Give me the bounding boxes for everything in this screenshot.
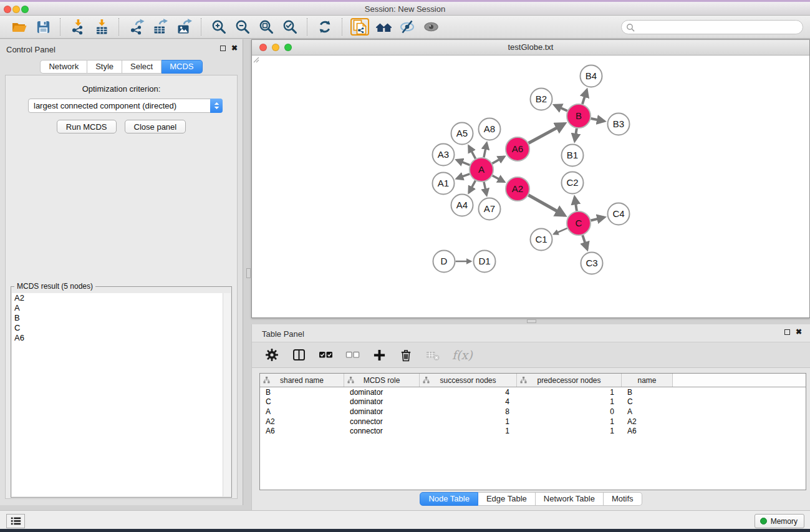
export-network-button[interactable]	[126, 17, 147, 36]
graph-node-A8[interactable]: A8	[479, 118, 501, 140]
table-cell[interactable]: 0	[517, 407, 622, 416]
graph-edge-A-A6[interactable]	[492, 157, 504, 163]
column-header-name[interactable]: name	[622, 374, 673, 387]
node-table[interactable]: shared nameMCDS rolesuccessor nodesprede…	[259, 373, 806, 490]
horizontal-splitter-handle[interactable]	[527, 319, 536, 323]
graph-node-A3[interactable]: A3	[433, 144, 455, 166]
graph-node-C2[interactable]: C2	[562, 172, 584, 194]
table-cell[interactable]: 4	[420, 388, 517, 397]
export-table-button[interactable]	[150, 17, 171, 36]
table-cell[interactable]: 1	[517, 397, 622, 406]
table-cell[interactable]: A	[622, 407, 673, 416]
import-table-button[interactable]	[91, 17, 112, 36]
zoom-out-button[interactable]	[232, 17, 253, 36]
vertical-splitter-handle[interactable]	[246, 268, 251, 278]
hide-panels-button[interactable]	[397, 17, 418, 36]
graph-edge-A-A7[interactable]	[484, 182, 486, 195]
table-cell[interactable]: dominator	[344, 407, 420, 416]
graph-edge-A-A4[interactable]	[469, 181, 475, 193]
tab-mcds[interactable]: MCDS	[162, 60, 202, 74]
function-builder-button[interactable]: f(x)	[452, 347, 473, 363]
table-cell[interactable]: C	[260, 397, 344, 406]
graph-edge-A-A2[interactable]	[493, 175, 504, 181]
graph-node-B[interactable]: B	[567, 104, 591, 128]
graph-edge-A-A5[interactable]	[469, 146, 476, 158]
mcds-result-list[interactable]: A2ABCA6	[12, 293, 223, 496]
graph-node-B4[interactable]: B4	[581, 65, 602, 87]
tab-select[interactable]: Select	[122, 60, 162, 74]
create-column-button[interactable]	[372, 347, 387, 363]
table-cell[interactable]: connector	[344, 427, 420, 435]
table-cell[interactable]: connector	[344, 417, 420, 426]
delete-column-button[interactable]	[398, 347, 413, 363]
graph-edge-B-B3[interactable]	[591, 118, 604, 121]
zoom-selected-button[interactable]	[279, 17, 301, 36]
table-cell[interactable]: A6	[622, 427, 673, 435]
mcds-result-item[interactable]: B	[12, 313, 223, 323]
run-mcds-button[interactable]: Run MCDS	[57, 120, 117, 133]
graph-node-C1[interactable]: C1	[531, 229, 552, 251]
graph-node-A6[interactable]: A6	[506, 137, 529, 161]
float-table-panel-icon[interactable]	[784, 329, 790, 335]
deselect-all-button[interactable]	[345, 347, 360, 363]
show-view-button[interactable]	[420, 17, 441, 36]
search-field[interactable]	[621, 20, 803, 34]
new-network-button[interactable]	[352, 19, 367, 34]
table-cell[interactable]: B	[622, 388, 673, 397]
graph-node-A1[interactable]: A1	[433, 173, 455, 195]
graph-edge-C-C1[interactable]	[554, 228, 567, 234]
graph-edge-A-A8[interactable]	[484, 143, 487, 158]
tab-edge-table[interactable]: Edge Table	[478, 492, 536, 506]
refresh-button[interactable]	[314, 17, 335, 36]
graph-node-A2[interactable]: A2	[506, 177, 529, 201]
graph-edge-B-B2[interactable]	[554, 105, 567, 111]
mcds-result-item[interactable]: C	[12, 323, 223, 333]
memory-button[interactable]: Memory	[755, 514, 804, 528]
select-all-button[interactable]	[318, 347, 333, 363]
graph-node-B3[interactable]: B3	[608, 114, 630, 135]
zoom-in-button[interactable]	[208, 17, 229, 36]
graph-edge-A-A3[interactable]	[456, 160, 470, 165]
column-header-predecessor-nodes[interactable]: predecessor nodes	[517, 374, 622, 387]
graph-node-D[interactable]: D	[433, 251, 455, 273]
graph-node-A7[interactable]: A7	[479, 198, 501, 220]
table-cell[interactable]: A2	[622, 417, 673, 426]
graph-node-A[interactable]: A	[470, 158, 493, 181]
table-cell[interactable]: 1	[517, 388, 622, 397]
graph-edge-C-C4[interactable]	[591, 217, 604, 220]
table-cell[interactable]: C	[622, 397, 673, 406]
table-cell[interactable]: dominator	[344, 388, 420, 397]
column-header-shared-name[interactable]: shared name	[260, 374, 344, 387]
graph-edge-A-A1[interactable]	[457, 174, 470, 178]
show-columns-button[interactable]	[291, 347, 306, 363]
close-panel-icon[interactable]: ✖	[231, 45, 238, 51]
table-cell[interactable]: 1	[517, 427, 622, 435]
table-cell[interactable]: A	[260, 407, 344, 416]
tab-node-table[interactable]: Node Table	[420, 492, 478, 506]
tab-network-table[interactable]: Network Table	[536, 492, 604, 506]
table-cell[interactable]: dominator	[344, 397, 420, 406]
table-cell[interactable]: A6	[260, 427, 344, 435]
graph-edge-C-C2[interactable]	[575, 197, 577, 211]
graph-node-C4[interactable]: C4	[608, 203, 630, 225]
graph-edge-B-B4[interactable]	[582, 90, 587, 104]
tab-motifs[interactable]: Motifs	[604, 492, 642, 506]
graph-edge-C-C3[interactable]	[582, 235, 587, 249]
mcds-result-item[interactable]: A	[12, 303, 223, 313]
column-header-successor-nodes[interactable]: successor nodes	[420, 374, 517, 387]
close-table-panel-icon[interactable]: ✖	[796, 329, 802, 335]
task-history-button[interactable]	[6, 514, 25, 528]
network-graph[interactable]: AA6A2BCA5A8A3A1A4A7B2B4B3B1C2C4C3C1DD1	[252, 56, 809, 317]
graph-node-C3[interactable]: C3	[581, 253, 603, 274]
open-session-button[interactable]	[9, 17, 30, 36]
table-cell[interactable]: B	[260, 388, 344, 397]
graph-node-C[interactable]: C	[567, 211, 591, 235]
save-session-button[interactable]	[32, 17, 54, 36]
mcds-result-item[interactable]: A2	[12, 293, 223, 303]
table-row[interactable]: A6connector11A6	[260, 426, 806, 436]
table-cell[interactable]: 1	[517, 417, 622, 426]
network-window-titlebar[interactable]: testGlobe.txt	[252, 40, 809, 56]
graph-node-D1[interactable]: D1	[474, 251, 496, 273]
delete-table-button[interactable]	[425, 347, 440, 363]
criterion-dropdown[interactable]: largest connected component (directed)	[28, 99, 223, 113]
